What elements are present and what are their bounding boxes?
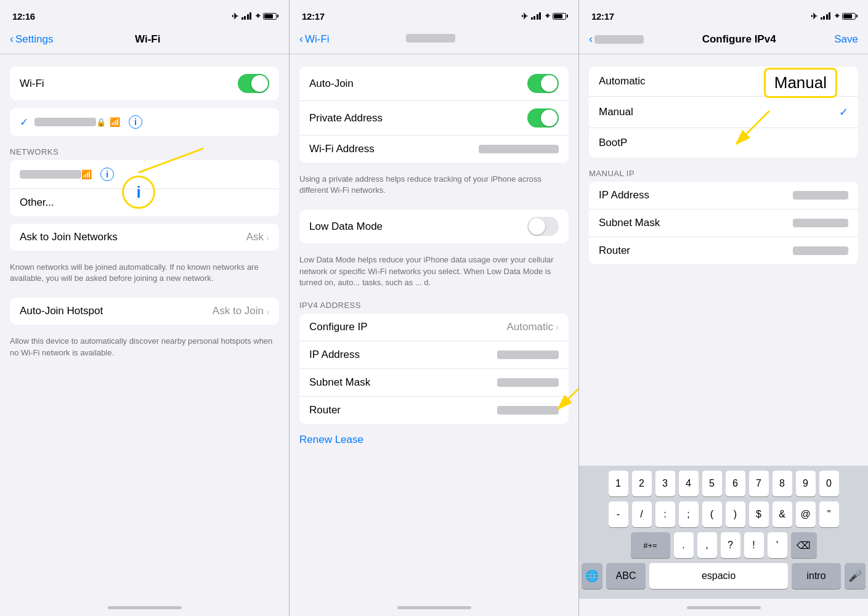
battery-icon-3: [842, 13, 856, 20]
bootp-label: BootP: [599, 137, 848, 149]
status-time-3: 12:17: [591, 11, 614, 22]
wifi-signal-icon-2: 📶: [81, 169, 92, 179]
connected-network-row[interactable]: ✓ 🔒 📶 i: [10, 108, 279, 136]
home-bar-3: [687, 606, 761, 609]
battery-icon-2: [553, 13, 566, 20]
ask-to-join-row[interactable]: Ask to Join Networks Ask ›: [10, 224, 279, 251]
private-address-row: Private Address: [299, 101, 569, 136]
configure-ip-row[interactable]: Configure IP Automatic ›: [299, 314, 569, 341]
subnet-mask-value-2: [497, 378, 559, 387]
key-3[interactable]: 3: [655, 471, 675, 496]
signal-bars-2: [531, 12, 541, 20]
delete-key[interactable]: ⌫: [791, 532, 817, 558]
wifi-signal-icon: 📶: [110, 117, 120, 127]
subnet-mask-value-3: [793, 219, 848, 227]
back-button-3[interactable]: ‹: [589, 33, 644, 46]
key-mic[interactable]: 🎤: [845, 563, 866, 589]
key-comma[interactable]: ,: [697, 532, 717, 558]
key-globe[interactable]: 🌐: [582, 563, 602, 589]
key-dollar[interactable]: $: [749, 501, 769, 527]
bootp-option[interactable]: BootP: [589, 128, 858, 158]
chevron-left-icon-2: ‹: [299, 33, 303, 46]
key-at[interactable]: @: [796, 501, 816, 527]
key-question[interactable]: ?: [721, 532, 740, 558]
key-abc[interactable]: ABC: [606, 563, 646, 589]
key-intro[interactable]: intro: [792, 563, 841, 589]
other-row[interactable]: Other...: [10, 189, 279, 216]
key-6[interactable]: 6: [726, 471, 745, 496]
chevron-left-icon-1: ‹: [10, 33, 14, 46]
automatic-option[interactable]: Automatic: [589, 67, 858, 97]
nav-bar-3: ‹ Configure IPv4 Save: [579, 27, 868, 54]
key-period[interactable]: .: [674, 532, 694, 558]
key-9[interactable]: 9: [796, 471, 816, 496]
key-semicolon[interactable]: ;: [679, 501, 699, 527]
key-amp[interactable]: &: [773, 501, 792, 527]
key-hashtag[interactable]: #+=: [631, 532, 670, 558]
back-label-2[interactable]: Wi-Fi: [305, 33, 330, 46]
keyboard-row-bottom: 🌐 ABC espacio intro 🎤: [582, 563, 866, 589]
plane-icon-3: ✈: [811, 12, 817, 21]
low-data-toggle[interactable]: [527, 217, 559, 236]
key-0[interactable]: 0: [819, 471, 839, 496]
network-icons: 🔒 📶 i: [96, 115, 142, 129]
other-network-row[interactable]: 📶 i: [10, 160, 279, 189]
key-colon[interactable]: :: [655, 501, 675, 527]
info-button-other[interactable]: i: [100, 168, 114, 181]
content-2: Auto-Join Private Address Wi-Fi Address …: [290, 54, 578, 599]
status-time-1: 12:16: [12, 11, 35, 22]
save-button-3[interactable]: Save: [834, 33, 858, 46]
key-2[interactable]: 2: [632, 471, 652, 496]
key-4[interactable]: 4: [679, 471, 699, 496]
back-label-1[interactable]: Settings: [15, 33, 53, 46]
back-button-2[interactable]: ‹ Wi-Fi: [299, 33, 330, 46]
renew-lease-btn[interactable]: Renew Lease: [299, 434, 363, 445]
low-data-row: Low Data Mode: [299, 209, 569, 243]
nav-bar-2: ‹ Wi-Fi: [290, 27, 578, 54]
key-1[interactable]: 1: [609, 471, 628, 496]
wifi-address-label: Wi-Fi Address: [309, 143, 479, 155]
auto-join-row[interactable]: Auto-Join Hotspot Ask to Join ›: [10, 298, 279, 325]
back-button-1[interactable]: ‹ Settings: [10, 33, 53, 46]
auto-join-chevron: ›: [266, 306, 269, 317]
key-exclaim[interactable]: !: [744, 532, 764, 558]
key-minus[interactable]: -: [609, 501, 628, 527]
ip-address-row-3: IP Address: [589, 182, 858, 209]
key-7[interactable]: 7: [749, 471, 769, 496]
ipv4-options-group: Automatic Manual ✓ BootP: [589, 67, 858, 158]
subnet-mask-row-3: Subnet Mask: [589, 209, 858, 237]
wifi-status-icon-3: ⌖: [835, 11, 839, 21]
wifi-status-icon-1: ⌖: [256, 11, 260, 21]
key-space[interactable]: espacio: [649, 563, 788, 589]
key-apostrophe[interactable]: ': [768, 532, 787, 558]
key-5[interactable]: 5: [702, 471, 722, 496]
content-3: Automatic Manual ✓ BootP MANUAL IP IP Ad…: [579, 54, 868, 466]
home-bar-2: [397, 606, 471, 609]
router-value-2: [497, 406, 559, 415]
manual-option[interactable]: Manual ✓: [589, 97, 858, 128]
keyboard: 1 2 3 4 5 6 7 8 9 0 - / : ; ( ) $ &: [579, 466, 868, 599]
key-slash[interactable]: /: [632, 501, 652, 527]
auto-join-toggle[interactable]: [527, 74, 559, 93]
toggle-knob-wifi: [251, 75, 268, 92]
home-bar-1: [108, 606, 182, 609]
ipv4-header: IPV4 ADDRESS: [290, 297, 578, 314]
ip-address-label-3: IP Address: [599, 189, 793, 201]
manual-label: Manual: [599, 106, 839, 118]
key-rparen[interactable]: ): [726, 501, 745, 527]
key-quote[interactable]: ": [819, 501, 839, 527]
panel-network-detail: 12:17 ✈ ⌖ ‹ Wi-Fi: [290, 0, 579, 616]
private-address-label: Private Address: [309, 112, 527, 124]
low-data-label: Low Data Mode: [309, 221, 527, 233]
subnet-mask-row-2: Subnet Mask: [299, 369, 569, 397]
wifi-toggle[interactable]: [238, 74, 269, 93]
wifi-label: Wi-Fi: [20, 78, 238, 90]
key-8[interactable]: 8: [773, 471, 792, 496]
info-button-connected[interactable]: i: [129, 115, 142, 129]
nav-title-1: Wi-Fi: [53, 33, 242, 46]
key-lparen[interactable]: (: [702, 501, 722, 527]
router-label-3: Router: [599, 245, 793, 257]
signal-bar-2: [244, 16, 246, 20]
other-network-icons: 📶 i: [81, 168, 114, 181]
private-address-toggle[interactable]: [527, 108, 559, 128]
